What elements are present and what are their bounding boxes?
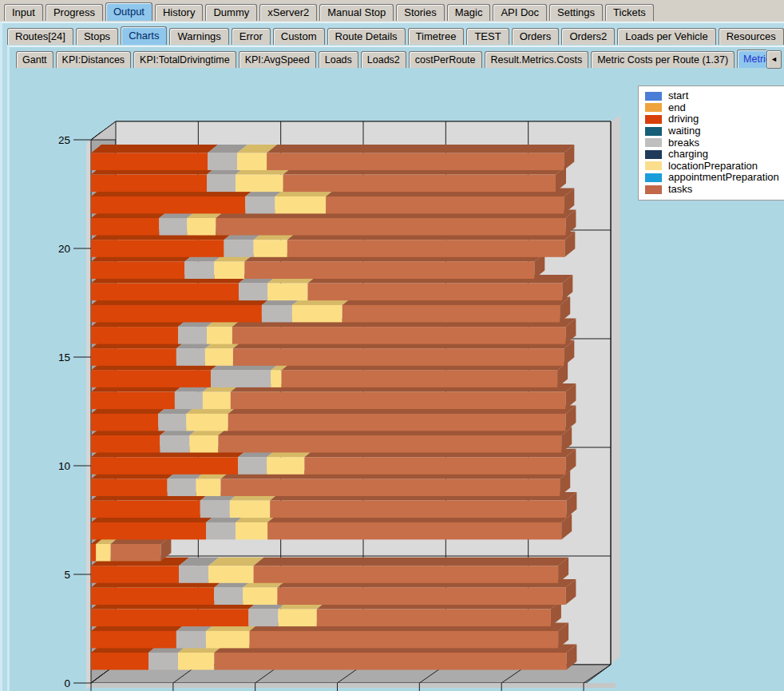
bar-segment-breaks-route-19 (184, 262, 214, 280)
tab-magic[interactable]: Magic (447, 4, 491, 21)
legend-item-tasks: tasks (645, 184, 784, 196)
tab-metric-costs-per-route-1-37[interactable]: Metric Costs per Route (1.37) (591, 51, 735, 68)
legend-swatch-tasks (645, 185, 662, 194)
legend-item-appointmentpreparation: appointmentPreparation (645, 172, 784, 184)
tab-dummy[interactable]: Dummy (205, 4, 257, 21)
bar-segment-locationPreparation-route-2 (206, 631, 250, 649)
legend-label: tasks (668, 184, 692, 195)
tab-timetree[interactable]: Timetree (408, 28, 465, 45)
bar-segment-breaks-route-3 (248, 610, 278, 627)
legend-swatch-start (645, 92, 662, 101)
bar-segment-tasks-route-20 (287, 240, 565, 257)
bar-segment-tasks-route-11 (218, 435, 561, 453)
tab-loads[interactable]: Loads (319, 51, 358, 68)
bar-segment-breaks-route-13 (175, 392, 203, 409)
legend-item-locationpreparation: locationPreparation (645, 161, 784, 173)
tab-loads-per-vehicle[interactable]: Loads per Vehicle (617, 28, 715, 45)
bar-segment-locationPreparation-route-21 (187, 218, 216, 236)
bar-segment-breaks-route-14 (211, 370, 271, 387)
legend-swatch-appointmentpreparation (645, 173, 662, 182)
bar-segment-tasks-route-2 (250, 631, 559, 649)
bar-segment-breaks-route-12 (158, 414, 186, 431)
tab-input[interactable]: Input (4, 4, 43, 21)
tab-stops[interactable]: Stops (76, 28, 118, 45)
tab-output[interactable]: Output (105, 2, 152, 21)
tab-history[interactable]: History (155, 4, 203, 21)
tab-route-details[interactable]: Route Details (327, 28, 406, 45)
tab-result-metrics-costs[interactable]: Result.Metrics.Costs (485, 51, 589, 68)
main-tabbar: InputProgressOutputHistoryDummyxServer2M… (4, 2, 784, 21)
bar-segment-breaks-route-24 (208, 153, 237, 171)
tab-gantt[interactable]: Gantt (16, 51, 53, 68)
legend-label: waiting (668, 125, 700, 137)
tab-kpi-totaldrivingtime[interactable]: KPI:TotalDrivingtime (133, 51, 236, 68)
output-tabbar: Routes[24]StopsChartsWarningsErrorCustom… (7, 26, 784, 45)
bar-segment-tasks-route-9 (221, 479, 560, 497)
bar-segment-tasks-route-1 (214, 653, 566, 670)
tab-loads2[interactable]: Loads2 (361, 51, 406, 68)
tab-error[interactable]: Error (232, 28, 271, 45)
bar-segment-tasks-route-10 (304, 457, 565, 475)
bar-segment-tasks-route-8 (270, 501, 566, 518)
bar-segment-driving-route-14 (91, 370, 211, 387)
bar-segment-breaks-route-23 (207, 175, 236, 193)
bar-segment-tasks-route-3 (317, 610, 551, 627)
bar-segment-tasks-route-21 (216, 218, 565, 236)
bar-segment-breaks-route-18 (239, 284, 267, 301)
chart-tabbar: GanttKPI:DistancesKPI:TotalDrivingtimeKP… (16, 50, 766, 68)
tab-custom[interactable]: Custom (273, 28, 325, 45)
bar-segment-driving-route-8 (91, 501, 200, 518)
bar-segment-breaks-route-2 (176, 631, 206, 649)
bar-segment-breaks-route-22 (245, 197, 275, 214)
bar-segment-driving-route-22 (91, 197, 245, 214)
output-panel: Routes[24]StopsChartsWarningsErrorCustom… (0, 22, 784, 691)
tab-routes-24[interactable]: Routes[24] (7, 28, 73, 45)
bar-segment-locationPreparation-route-9 (196, 479, 221, 497)
tab-stories[interactable]: Stories (396, 4, 444, 21)
tab-orders2[interactable]: Orders2 (561, 28, 615, 45)
bar-segment-locationPreparation-route-18 (267, 284, 307, 301)
tab-settings[interactable]: Settings (549, 4, 603, 21)
bar-segment-tasks-route-24 (267, 153, 564, 171)
bar-segment-tasks-route-18 (308, 284, 563, 301)
tab-scroll-left-button[interactable]: ◄ (766, 50, 782, 69)
tab-resources[interactable]: Resources (719, 28, 784, 45)
bar-segment-driving-route-13 (91, 392, 175, 409)
metric-durations-chart: 0500010000150002000025000300000510152025… (10, 69, 784, 691)
legend-swatch-waiting (645, 127, 662, 136)
tab-warnings[interactable]: Warnings (169, 28, 228, 45)
bar-segment-tasks-route-6 (111, 544, 161, 562)
bar-segment-locationPreparation-route-5 (208, 566, 254, 583)
tab-progress[interactable]: Progress (46, 4, 103, 21)
bar-segment-driving-route-6 (91, 544, 96, 562)
tab-kpi-avgspeed[interactable]: KPI:AvgSpeed (239, 51, 316, 68)
bar-segment-locationPreparation-route-8 (230, 501, 270, 518)
bar-segment-breaks-route-1 (148, 653, 178, 670)
legend-label: start (668, 90, 688, 101)
bar-segment-driving-route-20 (91, 240, 224, 257)
tab-test[interactable]: TEST (466, 28, 509, 45)
tab-orders[interactable]: Orders (512, 28, 560, 45)
bar-segment-driving-route-1 (91, 653, 148, 670)
bar-segment-breaks-route-15 (176, 348, 205, 366)
tab-kpi-distances[interactable]: KPI:Distances (56, 51, 132, 68)
tab-costperroute[interactable]: costPerRoute (409, 51, 482, 68)
legend-swatch-charging (645, 150, 662, 159)
bar-segment-locationPreparation-route-22 (275, 197, 326, 214)
bar-segment-driving-route-2 (91, 631, 176, 649)
tab-metric-durations-per-route-1-37[interactable]: Metric Durations per Route (1.37) (737, 50, 766, 68)
tab-manual-stop[interactable]: Manual Stop (319, 4, 394, 21)
tab-charts[interactable]: Charts (121, 26, 167, 45)
bar-segment-locationPreparation-route-24 (237, 153, 267, 171)
bar-segment-driving-route-15 (91, 348, 176, 366)
legend-item-start: start (645, 90, 784, 102)
tab-xserver2[interactable]: xServer2 (259, 4, 317, 21)
chart-legend: startenddrivingwaitingbreakschargingloca… (638, 85, 784, 201)
bar-segment-tasks-route-4 (277, 588, 565, 606)
bar-segment-locationPreparation-route-7 (236, 522, 267, 540)
bar-segment-locationPreparation-route-17 (292, 305, 343, 323)
bar-segment-breaks-route-16 (178, 327, 207, 344)
bar-segment-breaks-route-4 (214, 588, 243, 606)
tab-api-doc[interactable]: API Doc (493, 4, 547, 21)
tab-tickets[interactable]: Tickets (605, 4, 654, 21)
